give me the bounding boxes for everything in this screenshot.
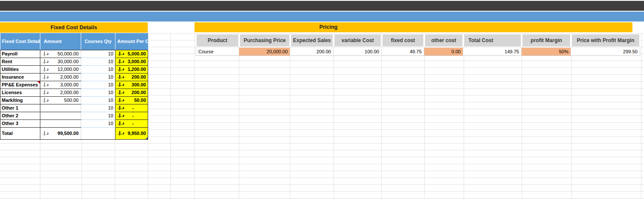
total-amount-cell[interactable]: د.إ. 99,500.00 (40, 127, 81, 139)
expense-label-cell[interactable]: Other 3 (0, 119, 40, 127)
fixed-cost-row: Other 1 10 د.إ. - (0, 104, 148, 112)
header-amount-per-cours[interactable]: Amount Per Cours (115, 33, 148, 50)
courses-qty-value: 10 (108, 51, 113, 56)
currency-symbol: د.إ. (43, 50, 49, 57)
expense-label-cell[interactable]: Other 2 (0, 112, 40, 119)
amount-per-course-cell[interactable]: د.إ. - (115, 119, 148, 127)
amount-per-course-value: 3,000.00 (128, 59, 146, 64)
header-expected-sales[interactable]: Expected Sales (290, 34, 334, 46)
header-purchasing-price[interactable]: Purchasing Price (239, 34, 290, 46)
header-fixed-cost[interactable]: fixed cost (382, 34, 424, 46)
expected-sales-cell[interactable]: 200.00 (290, 48, 334, 56)
fixed-cost-section-header[interactable]: Fixed Cost Details (0, 22, 148, 33)
total-cost-cell[interactable]: 149.75 (463, 48, 522, 56)
fixed-cost-row: Insurance د.إ. 2,000.00 10 د.إ. 200.00 (0, 73, 148, 81)
total-per-course-cell[interactable]: د.إ. 9,950.00 (115, 127, 148, 139)
spreadsheet-screen: Fixed Cost Details Pricing Fixed Cost De… (0, 0, 644, 199)
fixed-cost-cell[interactable]: 49.75 (382, 48, 424, 56)
fixed-cost-row: Other 2 10 د.إ. - (0, 112, 148, 119)
amount-per-course-value: 200.00 (131, 74, 146, 80)
courses-qty-cell[interactable]: 10 (81, 81, 115, 89)
fixed-cost-total-row: Total د.إ. 99,500.00 د.إ. 9,950.00 (0, 127, 148, 139)
currency-symbol: د.إ. (43, 128, 49, 138)
expense-label-cell[interactable]: Rent (0, 58, 40, 65)
fixed-cost-row: Rent د.إ. 30,000.00 10 د.إ. 3,000.00 (0, 58, 148, 65)
amount-cell[interactable]: د.إ. 3,000.00 (40, 81, 81, 89)
amount-value: 30,000.00 (58, 59, 79, 64)
amount-cell[interactable]: د.إ. 12,000.00 (40, 65, 81, 73)
currency-symbol: د.إ. (118, 120, 125, 126)
header-amount[interactable]: Amount (40, 33, 81, 50)
expense-label: Other 1 (2, 105, 18, 110)
price-with-profit-margin-cell[interactable]: 299.50 (571, 48, 640, 56)
expense-label: Licenses (2, 90, 22, 95)
variable-cost-cell[interactable]: 100.00 (334, 48, 382, 56)
courses-qty-cell[interactable]: 10 (81, 119, 115, 127)
courses-qty-cell[interactable]: 10 (81, 96, 115, 104)
currency-symbol: د.إ. (118, 89, 125, 95)
amount-cell[interactable]: د.إ. 50,000.00 (40, 50, 81, 58)
amount-per-course-cell[interactable]: د.إ. 50.00 (115, 96, 148, 104)
header-price-with-profit-margin[interactable]: Price with Profit Margin (571, 34, 640, 46)
pricing-data-row: Course 20,000.00 200.00 100.00 49.75 0.0… (196, 48, 640, 56)
currency-symbol: د.إ. (118, 97, 125, 103)
gridline-vertical (641, 33, 641, 199)
amount-cell[interactable]: د.إ. 2,000.00 (40, 89, 81, 96)
total-qty-cell[interactable] (81, 127, 115, 139)
amount-per-course-cell[interactable]: د.إ. 5,000.00 (115, 50, 148, 58)
fixed-cost-row: Utilities د.إ. 12,000.00 10 د.إ. 1,200.0… (0, 65, 148, 73)
pricing-section-header[interactable]: Pricing (194, 22, 632, 32)
amount-per-course-cell[interactable]: د.إ. 300.00 (115, 81, 148, 89)
currency-symbol: د.إ. (118, 112, 125, 119)
product-cell[interactable]: Course (196, 48, 239, 56)
expense-label-cell[interactable]: Markiting (0, 96, 40, 104)
header-profit-margin[interactable]: profit Margin (522, 34, 571, 46)
courses-qty-cell[interactable]: 10 (81, 104, 115, 112)
amount-cell[interactable]: د.إ. 2,000.00 (40, 73, 81, 81)
courses-qty-cell[interactable]: 10 (81, 50, 115, 58)
purchasing-price-cell[interactable]: 20,000.00 (239, 48, 290, 56)
amount-per-course-cell[interactable]: د.إ. 200.00 (115, 89, 148, 96)
amount-per-course-cell[interactable]: د.إ. 3,000.00 (115, 58, 148, 65)
courses-qty-cell[interactable]: 10 (81, 89, 115, 96)
header-product[interactable]: Product (196, 34, 239, 46)
courses-qty-cell[interactable]: 10 (81, 73, 115, 81)
expense-label-cell[interactable]: Payroll (0, 50, 40, 58)
amount-cell[interactable] (40, 119, 81, 127)
expense-label-cell[interactable]: Insurance (0, 73, 40, 81)
expense-label-cell[interactable]: Licenses (0, 89, 40, 96)
courses-qty-value: 10 (108, 98, 113, 103)
gridline-vertical (334, 33, 334, 199)
courses-qty-cell[interactable]: 10 (81, 58, 115, 65)
amount-per-course-cell[interactable]: د.إ. 200.00 (115, 73, 148, 81)
expense-label-cell[interactable]: Other 1 (0, 104, 40, 112)
amount-per-course-cell[interactable]: د.إ. - (115, 104, 148, 112)
courses-qty-cell[interactable]: 10 (81, 65, 115, 73)
amount-cell[interactable] (40, 104, 81, 112)
comment-indicator-icon (37, 81, 40, 84)
courses-qty-cell[interactable]: 10 (81, 112, 115, 119)
expense-label-cell[interactable]: PP&E Expenses (0, 81, 40, 89)
other-cost-cell[interactable]: 0.00 (424, 48, 463, 56)
fill-handle[interactable] (145, 137, 148, 140)
amount-cell[interactable]: د.إ. 500.00 (40, 96, 81, 104)
gridline-vertical (522, 33, 522, 199)
profit-margin-cell[interactable]: 50% (522, 48, 571, 56)
total-label-cell[interactable]: Total (0, 127, 40, 139)
fixed-cost-row: PP&E Expenses د.إ. 3,000.00 10 د.إ. 300.… (0, 81, 148, 89)
courses-qty-value: 10 (108, 82, 113, 87)
header-other-cost[interactable]: other cost (424, 34, 463, 46)
header-fixed-cost-details[interactable]: Fixed Cost Details (0, 33, 40, 50)
amount-cell[interactable] (40, 112, 81, 119)
expense-label-cell[interactable]: Utilities (0, 65, 40, 73)
gridline-vertical (194, 33, 195, 199)
header-variable-cost[interactable]: variable Cost (334, 34, 382, 46)
amount-cell[interactable]: د.إ. 30,000.00 (40, 58, 81, 65)
header-courses-qty[interactable]: Courses Qty (81, 33, 115, 50)
gridline-vertical (464, 33, 464, 199)
header-total-cost[interactable]: Total Cost (463, 34, 522, 46)
amount-per-course-cell[interactable]: د.إ. - (115, 112, 148, 119)
amount-per-course-cell[interactable]: د.إ. 1,200.00 (115, 65, 148, 73)
amount-per-course-value: - (132, 121, 134, 126)
toolbar-bar (0, 12, 644, 21)
